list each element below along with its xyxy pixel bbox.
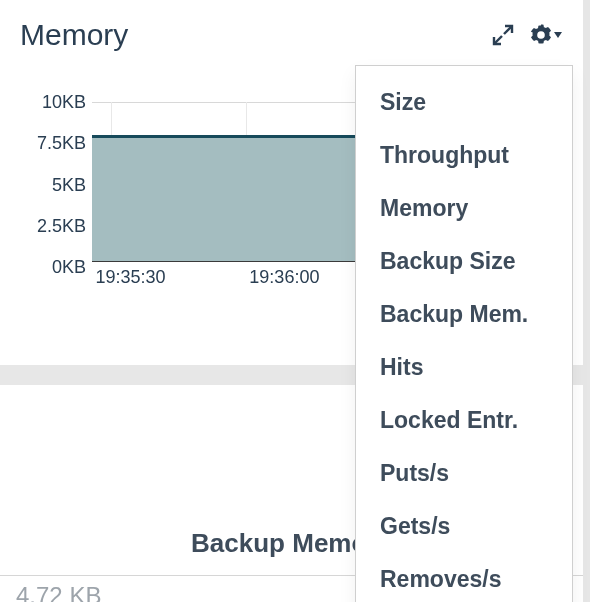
settings-gear-icon[interactable]: [529, 23, 563, 47]
menu-item-backup-size[interactable]: Backup Size: [356, 235, 572, 288]
y-tick: 0KB: [52, 257, 86, 278]
y-tick: 7.5KB: [37, 133, 86, 154]
svg-point-1: [537, 31, 545, 39]
menu-item-throughput[interactable]: Throughput: [356, 129, 572, 182]
menu-item-memory[interactable]: Memory: [356, 182, 572, 235]
expand-icon[interactable]: [491, 23, 515, 47]
menu-item-locked-entr[interactable]: Locked Entr.: [356, 394, 572, 447]
menu-item-removes[interactable]: Removes/s: [356, 553, 572, 602]
memory-panel: Memory: [0, 0, 590, 602]
menu-item-gets[interactable]: Gets/s: [356, 500, 572, 553]
x-tick: 19:36:00: [249, 267, 319, 288]
menu-item-backup-mem[interactable]: Backup Mem.: [356, 288, 572, 341]
y-tick: 5KB: [52, 174, 86, 195]
menu-item-puts[interactable]: Puts/s: [356, 447, 572, 500]
menu-item-size[interactable]: Size: [356, 76, 572, 129]
panel-header: Memory: [0, 0, 583, 62]
header-actions: [491, 23, 563, 47]
x-tick: 19:35:30: [95, 267, 165, 288]
chart-y-axis: 10KB 7.5KB 5KB 2.5KB 0KB: [0, 102, 92, 267]
y-tick: 10KB: [42, 92, 86, 113]
menu-item-hits[interactable]: Hits: [356, 341, 572, 394]
y-tick: 2.5KB: [37, 215, 86, 236]
panel-title: Memory: [20, 18, 128, 52]
metric-menu: Size Throughput Memory Backup Size Backu…: [355, 65, 573, 602]
